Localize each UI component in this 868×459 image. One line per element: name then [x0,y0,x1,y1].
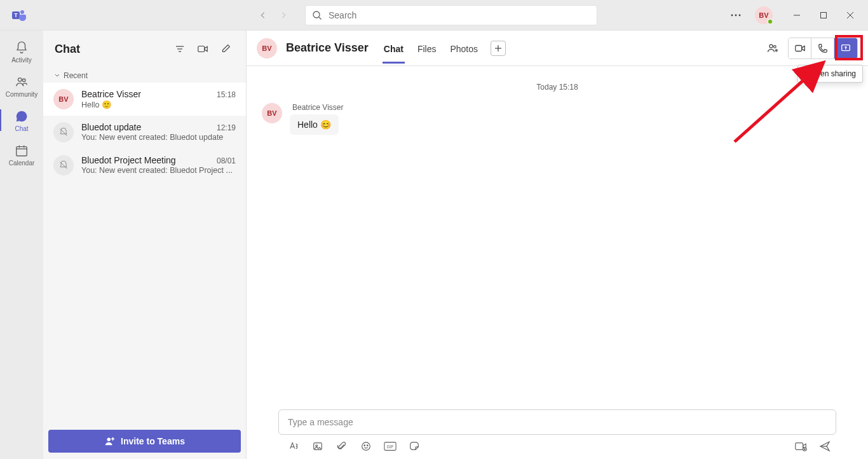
chat-item-time: 12:19 [217,123,236,132]
minimize-button[interactable] [784,5,810,25]
chat-item[interactable]: Bluedot Project Meeting08/01 You: New ev… [43,149,246,182]
titlebar: T BV [0,0,868,31]
recent-label: Recent [64,71,88,80]
svg-line-4 [319,17,322,20]
calendar-icon [14,143,29,158]
rail-label: Calendar [9,160,35,167]
search-icon [312,10,322,20]
chat-item-time: 08/01 [217,156,236,165]
svg-rect-35 [795,45,801,51]
app-rail: Activity Community Chat Calendar [0,31,43,459]
avatar-initials: BV [759,11,768,19]
bell-muted-icon [58,127,69,137]
message-bubble[interactable]: Hello 😊 [290,114,339,135]
chat-list-panel: Chat Recent BV Beatrice Visser15:18 Hell… [43,31,247,459]
chat-item-name: Bluedot Project Meeting [81,155,176,165]
svg-rect-45 [796,443,803,450]
composer-area: Type a message GIF [247,409,868,459]
rail-calendar[interactable]: Calendar [0,137,43,172]
chat-item-name: Bluedot update [81,122,141,132]
avatar [53,122,74,142]
chat-item-preview: You: New event created: Bluedot update [81,133,236,142]
chat-item[interactable]: BV Beatrice Visser15:18 Hello 🙂 [43,83,246,116]
more-button[interactable] [726,5,746,25]
gif-button[interactable]: GIF [384,440,397,453]
people-icon [14,74,29,90]
message-row: BV Beatrice Visser Hello 😊 [262,103,853,135]
composer-toolbar: GIF [278,435,836,455]
tab-photos[interactable]: Photos [449,34,479,63]
nav-arrows [254,6,292,24]
svg-point-5 [731,14,733,16]
screen-share-button[interactable] [834,38,857,58]
format-button[interactable] [287,440,300,453]
conversation-avatar[interactable]: BV [257,38,277,58]
svg-point-30 [770,45,773,48]
composer-placeholder: Type a message [288,417,353,427]
svg-point-7 [739,14,741,16]
message-avatar: BV [262,103,282,123]
svg-text:T: T [14,12,18,18]
conversation-header: BV Beatrice Visser Chat Files Photos [247,31,868,66]
avatar: BV [53,89,74,109]
chat-item-preview: You: New event created: Bluedot Project … [81,166,236,175]
chat-icon [14,109,29,124]
nav-back-button[interactable] [254,6,272,24]
nav-forward-button[interactable] [275,6,292,24]
invite-label: Invite to Teams [121,436,185,446]
message-list: Today 15:18 BV Beatrice Visser Hello 😊 [247,66,868,409]
people-button[interactable] [761,38,784,58]
svg-point-6 [735,14,737,16]
tab-files[interactable]: Files [416,34,438,63]
chat-item[interactable]: Bluedot update12:19 You: New event creat… [43,116,246,149]
sticker-button[interactable] [408,440,421,453]
filter-button[interactable] [171,40,189,58]
chat-list-title: Chat [55,43,166,56]
chat-item-time: 15:18 [217,90,236,99]
maximize-button[interactable] [811,5,836,25]
svg-point-39 [316,445,318,447]
send-button[interactable] [818,440,831,453]
person-add-icon [104,435,116,447]
teams-logo: T [5,8,33,23]
image-button[interactable] [311,440,324,453]
new-chat-button[interactable] [217,40,234,58]
rail-label: Community [6,91,38,98]
window-controls [784,5,863,25]
svg-point-3 [313,11,320,18]
add-tab-button[interactable] [491,41,506,56]
conversation-panel: BV Beatrice Visser Chat Files Photos Scr… [247,31,868,459]
search-input[interactable] [329,10,590,20]
rail-activity[interactable]: Activity [0,34,43,69]
profile-avatar[interactable]: BV [755,6,773,24]
chat-list-header: Chat [43,31,246,67]
attach-button[interactable] [336,440,348,453]
svg-rect-21 [198,46,205,52]
rail-label: Activity [11,57,32,64]
meet-now-button[interactable] [194,40,212,58]
video-clip-button[interactable] [794,440,807,453]
bell-muted-icon [58,160,69,170]
audio-call-button[interactable] [811,38,834,58]
svg-point-42 [367,445,368,446]
conversation-actions [761,38,858,59]
rail-community[interactable]: Community [0,69,43,103]
svg-rect-14 [17,146,27,156]
date-separator: Today 15:18 [262,83,853,92]
video-call-button[interactable] [789,38,811,58]
rail-chat[interactable]: Chat [0,103,43,137]
search-box[interactable] [305,5,597,25]
tab-chat[interactable]: Chat [383,34,405,63]
avatar [53,155,74,175]
invite-to-teams-button[interactable]: Invite to Teams [48,430,241,453]
bell-icon [14,40,29,55]
message-composer[interactable]: Type a message [278,409,836,435]
emoji-button[interactable] [360,440,372,453]
message-sender: Beatrice Visser [290,103,343,112]
conversation-title: Beatrice Visser [286,41,369,55]
recent-section-header[interactable]: Recent [43,67,246,83]
svg-point-40 [362,442,370,451]
screen-sharing-tooltip: Screen sharing [797,65,863,83]
close-button[interactable] [837,5,863,25]
svg-point-13 [22,78,25,81]
